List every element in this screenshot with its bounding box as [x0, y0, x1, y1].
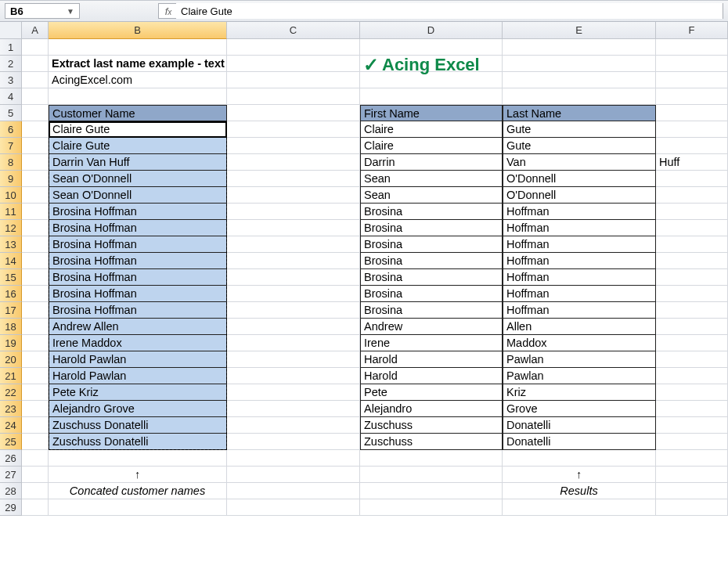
name-box[interactable]: B6 ▼	[5, 3, 80, 19]
cell-first-name[interactable]: Darrin	[360, 154, 503, 171]
cell-first-name[interactable]: Pete	[360, 384, 503, 401]
cell[interactable]	[227, 253, 360, 269]
cell[interactable]	[227, 72, 360, 88]
cell[interactable]	[227, 187, 360, 204]
cell-overflow[interactable]	[656, 121, 728, 138]
cell-customer-name[interactable]: Sean O'Donnell	[49, 187, 227, 204]
cell-first-name[interactable]: Harold	[360, 368, 503, 384]
cell-last-name[interactable]: Kriz	[503, 384, 656, 401]
row-header[interactable]: 1	[0, 39, 22, 56]
row-header[interactable]: 29	[0, 499, 22, 516]
cell-overflow[interactable]	[656, 138, 728, 154]
cell[interactable]	[227, 105, 360, 121]
cell[interactable]	[22, 319, 49, 335]
select-all-corner[interactable]	[0, 22, 22, 39]
row-header[interactable]: 24	[0, 417, 22, 434]
cell[interactable]	[22, 335, 49, 351]
cell[interactable]	[360, 39, 503, 56]
row-header[interactable]: 18	[0, 319, 22, 335]
row-header[interactable]: 25	[0, 434, 22, 450]
cell-first-name[interactable]: Harold	[360, 351, 503, 368]
cell[interactable]	[22, 302, 49, 319]
cell[interactable]	[227, 467, 360, 483]
cell-customer-name[interactable]: Brosina Hoffman	[49, 236, 227, 253]
cell[interactable]	[22, 56, 49, 72]
cell[interactable]	[656, 72, 728, 88]
cell[interactable]	[656, 56, 728, 72]
col-header-A[interactable]: A	[22, 22, 49, 39]
cell[interactable]	[227, 269, 360, 286]
cell[interactable]	[22, 154, 49, 171]
cell[interactable]	[656, 499, 728, 516]
cell-customer-name[interactable]: Alejandro Grove	[49, 401, 227, 417]
chevron-down-icon[interactable]: ▼	[67, 7, 74, 16]
cell-customer-name[interactable]: Claire Gute	[49, 138, 227, 154]
cell[interactable]	[227, 450, 360, 467]
row-header[interactable]: 13	[0, 236, 22, 253]
cell-first-name[interactable]: Brosina	[360, 253, 503, 269]
row-header[interactable]: 26	[0, 450, 22, 467]
cell[interactable]	[656, 450, 728, 467]
cell[interactable]	[503, 88, 656, 105]
cell-overflow[interactable]	[656, 417, 728, 434]
cell[interactable]	[49, 499, 227, 516]
row-header[interactable]: 16	[0, 286, 22, 302]
cell-first-name[interactable]: Irene	[360, 335, 503, 351]
cell-last-name[interactable]: Hoffman	[503, 204, 656, 220]
cell-last-name[interactable]: Gute	[503, 121, 656, 138]
cell-customer-name[interactable]: Brosina Hoffman	[49, 220, 227, 236]
row-header[interactable]: 4	[0, 88, 22, 105]
col-header-C[interactable]: C	[227, 22, 360, 39]
cell-last-name[interactable]: Hoffman	[503, 220, 656, 236]
cell-overflow[interactable]	[656, 269, 728, 286]
cell-customer-name[interactable]: Zuschuss Donatelli	[49, 434, 227, 450]
col-header-E[interactable]: E	[503, 22, 656, 39]
cell[interactable]	[227, 56, 360, 72]
row-header[interactable]: 5	[0, 105, 22, 121]
subtitle-cell[interactable]: AcingExcel.com	[49, 72, 227, 88]
cell[interactable]	[22, 236, 49, 253]
cell[interactable]	[227, 335, 360, 351]
formula-bar-input[interactable]	[176, 3, 723, 19]
cell[interactable]	[49, 450, 227, 467]
cell[interactable]	[22, 450, 49, 467]
cell-first-name[interactable]: Brosina	[360, 236, 503, 253]
cell-last-name[interactable]: Gute	[503, 138, 656, 154]
cell[interactable]	[227, 351, 360, 368]
col-header-F[interactable]: F	[656, 22, 728, 39]
row-header[interactable]: 20	[0, 351, 22, 368]
cell-overflow[interactable]	[656, 351, 728, 368]
cell[interactable]	[22, 434, 49, 450]
cell-customer-name[interactable]: Irene Maddox	[49, 335, 227, 351]
cell[interactable]	[22, 417, 49, 434]
cell-first-name[interactable]: Sean	[360, 171, 503, 187]
cell-overflow[interactable]	[656, 384, 728, 401]
cell[interactable]	[656, 39, 728, 56]
cell[interactable]	[22, 138, 49, 154]
cell-first-name[interactable]: Brosina	[360, 269, 503, 286]
cell[interactable]	[227, 286, 360, 302]
cell[interactable]	[227, 319, 360, 335]
cell[interactable]	[360, 483, 503, 499]
cell-first-name[interactable]: Alejandro	[360, 401, 503, 417]
cell-overflow[interactable]	[656, 286, 728, 302]
cell[interactable]	[656, 483, 728, 499]
cell[interactable]	[22, 483, 49, 499]
cell-overflow[interactable]	[656, 335, 728, 351]
cell-overflow[interactable]	[656, 204, 728, 220]
cell-last-name[interactable]: O'Donnell	[503, 187, 656, 204]
cell[interactable]	[22, 368, 49, 384]
cell-first-name[interactable]: Brosina	[360, 204, 503, 220]
cell-customer-name[interactable]: Claire Gute	[49, 121, 227, 138]
cell[interactable]	[227, 434, 360, 450]
cell-last-name[interactable]: Hoffman	[503, 302, 656, 319]
row-header[interactable]: 7	[0, 138, 22, 154]
cell-customer-name[interactable]: Brosina Hoffman	[49, 253, 227, 269]
cell-overflow[interactable]	[656, 319, 728, 335]
row-header[interactable]: 8	[0, 154, 22, 171]
cell[interactable]	[227, 171, 360, 187]
cell-customer-name[interactable]: Zuschuss Donatelli	[49, 417, 227, 434]
row-header[interactable]: 19	[0, 335, 22, 351]
cell-first-name[interactable]: Zuschuss	[360, 417, 503, 434]
cell-overflow[interactable]	[656, 434, 728, 450]
